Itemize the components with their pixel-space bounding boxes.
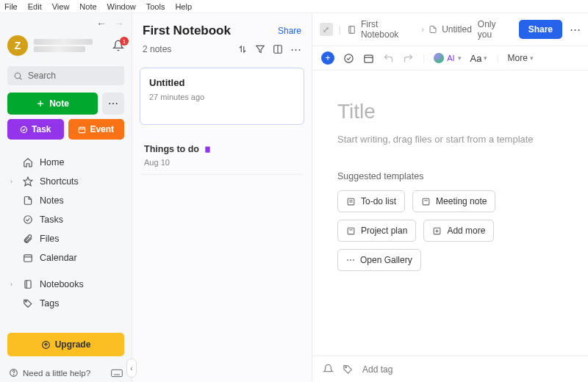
svg-rect-33 bbox=[423, 198, 429, 205]
sort-icon[interactable] bbox=[237, 44, 248, 54]
more-icon[interactable]: ⋯ bbox=[570, 23, 581, 36]
upgrade-button[interactable]: Upgrade bbox=[7, 333, 124, 356]
view-toggle-icon[interactable] bbox=[273, 44, 283, 54]
notebook-share-link[interactable]: Share bbox=[278, 26, 301, 36]
template-add-more[interactable]: Add more bbox=[423, 220, 494, 242]
sidebar-item-shortcuts[interactable]: ›Shortcuts bbox=[0, 172, 132, 191]
suggested-templates-label: Suggested templates bbox=[337, 171, 563, 181]
app-menubar: File Edit View Note Window Tools Help bbox=[0, 0, 588, 13]
help-link[interactable]: Need a little help? bbox=[9, 368, 90, 378]
ai-label: AI bbox=[447, 54, 454, 62]
chip-label: Meeting note bbox=[436, 196, 487, 206]
editor-toolbar: + | AI▾ Aa▾ | More▾ bbox=[312, 46, 588, 71]
svg-rect-35 bbox=[348, 228, 354, 234]
redo-icon[interactable] bbox=[403, 53, 414, 64]
breadcrumb-notebook: First Notebook bbox=[361, 19, 417, 40]
nav-forward-icon[interactable]: → bbox=[114, 18, 124, 29]
note-card[interactable]: Things to do Aug 10 bbox=[141, 137, 303, 175]
new-task-label: Task bbox=[32, 124, 51, 134]
menu-help[interactable]: Help bbox=[175, 2, 192, 11]
note-card-time: Aug 10 bbox=[144, 158, 300, 167]
menu-note[interactable]: Note bbox=[79, 2, 96, 11]
svg-point-27 bbox=[345, 54, 353, 62]
calendar-icon bbox=[23, 253, 33, 263]
collapse-sidebar-icon[interactable]: ‹ bbox=[126, 358, 137, 378]
sidebar-item-tasks[interactable]: Tasks bbox=[0, 210, 132, 229]
account-row[interactable]: Z 1 bbox=[0, 32, 132, 59]
sidebar-label: Shortcuts bbox=[40, 176, 79, 187]
new-task-button[interactable]: Task bbox=[7, 119, 64, 140]
aa-label: Aa bbox=[470, 53, 482, 64]
undo-icon[interactable] bbox=[383, 53, 394, 64]
toolbar-more-button[interactable]: More▾ bbox=[508, 53, 534, 63]
note-card-time: 27 minutes ago bbox=[149, 93, 295, 101]
new-event-button[interactable]: Event bbox=[68, 119, 125, 140]
sidebar-item-home[interactable]: Home bbox=[0, 153, 132, 172]
template-project[interactable]: Project plan bbox=[337, 220, 416, 242]
tag-icon bbox=[23, 298, 33, 309]
chevron-right-icon: › bbox=[10, 178, 16, 185]
note-count: 2 notes bbox=[143, 44, 171, 54]
share-button[interactable]: Share bbox=[519, 20, 562, 39]
svg-marker-9 bbox=[24, 177, 32, 186]
filter-icon[interactable] bbox=[255, 44, 265, 54]
notebook-icon bbox=[347, 25, 356, 35]
expand-icon[interactable]: ⤢ bbox=[320, 23, 333, 36]
new-note-more-button[interactable]: ⋯ bbox=[102, 93, 124, 115]
nav-back-icon[interactable]: ← bbox=[96, 18, 107, 29]
sidebar-item-calendar[interactable]: Calendar bbox=[0, 248, 132, 267]
ai-sparkle-icon bbox=[434, 53, 444, 63]
template-todo[interactable]: To-do list bbox=[337, 190, 405, 212]
note-title-input[interactable]: Title bbox=[337, 100, 563, 123]
add-tag-input[interactable]: Add tag bbox=[362, 364, 392, 375]
note-card[interactable]: Untitled 27 minutes ago bbox=[140, 68, 304, 125]
menu-file[interactable]: File bbox=[4, 2, 18, 11]
sidebar-label: Tasks bbox=[40, 215, 63, 225]
account-name-placeholder bbox=[34, 39, 93, 52]
notebook-icon bbox=[23, 279, 33, 289]
keyboard-icon[interactable] bbox=[111, 369, 123, 378]
sidebar-item-notes[interactable]: Notes bbox=[0, 191, 132, 210]
svg-line-1 bbox=[20, 77, 21, 79]
breadcrumb[interactable]: First Notebook › Untitled bbox=[347, 19, 472, 40]
svg-marker-21 bbox=[257, 46, 265, 52]
breadcrumb-note: Untitled bbox=[442, 24, 472, 35]
search-placeholder: Search bbox=[28, 71, 56, 81]
note-body-input[interactable]: Start writing, drag files or start from … bbox=[337, 134, 563, 145]
sidebar-label: Files bbox=[40, 234, 59, 244]
task-toggle-icon[interactable] bbox=[343, 53, 354, 64]
svg-point-15 bbox=[26, 301, 27, 303]
text-style-button[interactable]: Aa▾ bbox=[470, 53, 488, 64]
menu-tools[interactable]: Tools bbox=[146, 2, 165, 11]
chip-label: Open Gallery bbox=[360, 255, 412, 265]
svg-rect-25 bbox=[349, 26, 355, 33]
ai-button[interactable]: AI▾ bbox=[434, 53, 461, 63]
sidebar-item-tags[interactable]: Tags bbox=[0, 294, 132, 313]
calendar-insert-icon[interactable] bbox=[363, 53, 374, 64]
template-open-gallery[interactable]: ⋯Open Gallery bbox=[337, 249, 421, 271]
more-icon[interactable]: ⋯ bbox=[290, 43, 301, 56]
share-status[interactable]: Only you bbox=[478, 19, 512, 40]
reminder-icon[interactable] bbox=[323, 364, 334, 375]
note-list-panel: First Notebook Share 2 notes ⋯ Untitled … bbox=[132, 13, 312, 382]
search-input[interactable]: Search bbox=[7, 66, 124, 85]
note-icon bbox=[429, 25, 437, 34]
tag-add-icon[interactable] bbox=[343, 364, 354, 375]
note-card-title: Untitled bbox=[149, 77, 295, 88]
svg-rect-24 bbox=[205, 146, 209, 152]
notifications-bell-icon[interactable]: 1 bbox=[112, 40, 124, 51]
note-icon bbox=[346, 226, 356, 236]
insert-plus-icon[interactable]: + bbox=[321, 51, 334, 65]
template-meeting[interactable]: Meeting note bbox=[412, 190, 495, 212]
menu-edit[interactable]: Edit bbox=[28, 2, 42, 11]
new-note-label: Note bbox=[49, 98, 69, 109]
note-icon bbox=[421, 197, 431, 206]
sidebar-item-files[interactable]: Files bbox=[0, 229, 132, 248]
sidebar-item-notebooks[interactable]: ›Notebooks bbox=[0, 275, 132, 294]
menu-view[interactable]: View bbox=[52, 2, 70, 11]
svg-rect-11 bbox=[24, 255, 32, 262]
upgrade-label: Upgrade bbox=[55, 339, 91, 350]
help-label: Need a little help? bbox=[23, 369, 90, 378]
new-note-button[interactable]: Note bbox=[7, 93, 98, 115]
menu-window[interactable]: Window bbox=[107, 2, 136, 11]
